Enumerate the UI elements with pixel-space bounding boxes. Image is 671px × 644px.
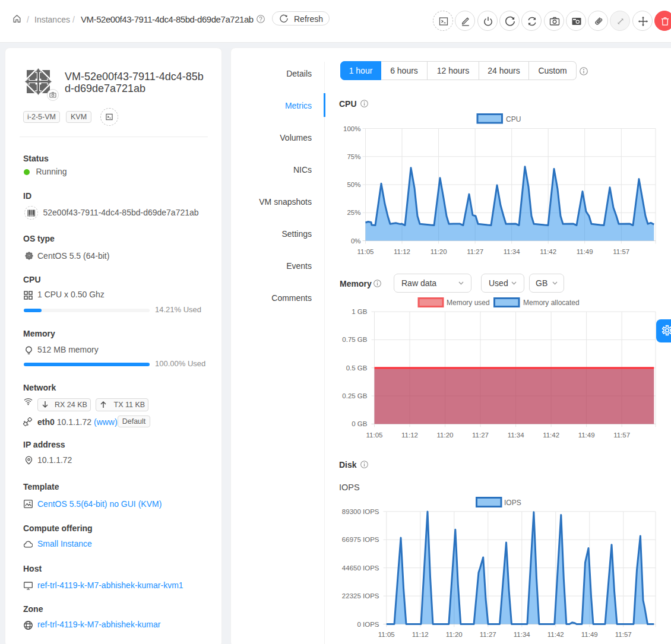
svg-text:11:05: 11:05 [378,631,395,638]
svg-text:50%: 50% [347,181,360,188]
svg-text:11:27: 11:27 [467,248,483,255]
svg-text:0%: 0% [351,237,361,245]
svg-text:0.75 GB: 0.75 GB [342,336,368,343]
svg-text:100%: 100% [343,125,360,132]
svg-text:11:20: 11:20 [446,631,463,638]
svg-text:11:05: 11:05 [366,432,383,439]
svg-text:11:49: 11:49 [581,631,598,638]
svg-text:11:49: 11:49 [578,432,595,439]
svg-text:11:12: 11:12 [394,248,410,255]
svg-text:44650 IOPS: 44650 IOPS [342,564,379,572]
svg-text:66975 IOPS: 66975 IOPS [342,536,379,543]
svg-text:IOPS: IOPS [504,499,521,507]
svg-text:11:05: 11:05 [357,248,374,255]
svg-text:11:20: 11:20 [437,432,454,439]
svg-text:Memory allocated: Memory allocated [523,299,580,307]
svg-text:75%: 75% [347,153,360,160]
svg-text:11:12: 11:12 [401,432,418,439]
svg-text:11:20: 11:20 [431,248,447,255]
svg-text:25%: 25% [347,209,360,216]
svg-text:CPU: CPU [506,115,521,123]
svg-text:1 GB: 1 GB [352,308,368,315]
svg-text:89300 IOPS: 89300 IOPS [342,508,379,515]
svg-text:11:34: 11:34 [508,432,525,439]
svg-text:22325 IOPS: 22325 IOPS [342,592,379,599]
svg-text:11:27: 11:27 [480,631,496,638]
svg-text:11:57: 11:57 [613,432,630,439]
svg-text:11:57: 11:57 [615,631,632,638]
svg-text:11:57: 11:57 [613,248,629,255]
svg-text:0 GB: 0 GB [352,420,368,427]
svg-text:11:42: 11:42 [543,432,559,439]
svg-text:11:42: 11:42 [540,248,556,255]
svg-text:0.25 GB: 0.25 GB [342,392,368,399]
svg-text:0 IOPS: 0 IOPS [357,621,379,628]
svg-text:Memory used: Memory used [447,299,490,307]
svg-text:11:34: 11:34 [514,631,531,638]
svg-text:11:49: 11:49 [577,248,593,255]
svg-text:11:34: 11:34 [504,248,521,255]
svg-text:11:12: 11:12 [412,631,429,638]
svg-text:11:42: 11:42 [547,631,564,638]
svg-text:0.5 GB: 0.5 GB [346,364,368,372]
svg-text:11:27: 11:27 [472,432,489,439]
